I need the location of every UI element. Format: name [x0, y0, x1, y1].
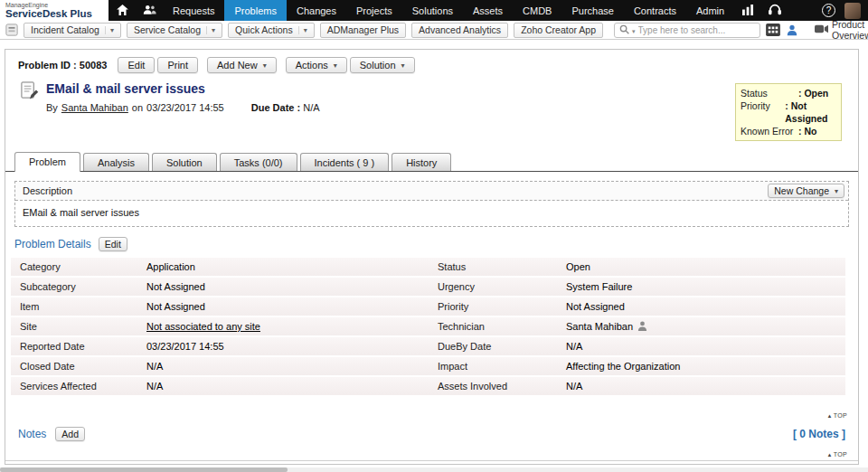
detail-value: Not Assigned: [566, 301, 840, 312]
zoho-creator-app-button[interactable]: Zoho Creator App: [514, 23, 603, 38]
horizontal-scrollbar[interactable]: [0, 467, 868, 472]
apps-icon[interactable]: [766, 24, 780, 36]
new-change-dropdown[interactable]: New Change: [768, 184, 844, 198]
problem-tabs: Problem Analysis Solution Tasks (0/0) In…: [5, 150, 858, 172]
nav-assets[interactable]: Assets: [463, 0, 513, 21]
nav-purchase[interactable]: Purchase: [561, 0, 623, 21]
nav-admin[interactable]: Admin: [686, 0, 734, 21]
detail-label: Assets Involved: [438, 381, 566, 392]
on-label: on: [132, 102, 143, 113]
add-new-dropdown[interactable]: Add New: [207, 57, 277, 73]
edit-button[interactable]: Edit: [118, 57, 155, 73]
detail-label: Impact: [438, 361, 566, 372]
user-avatar[interactable]: [844, 3, 861, 19]
person-icon[interactable]: [637, 321, 647, 333]
known-error-label: Known Error: [741, 125, 798, 137]
admanager-plus-button[interactable]: ADManager Plus: [320, 23, 406, 38]
print-button[interactable]: Print: [157, 57, 198, 73]
notes-section: TOP Notes Add [ 0 Notes ]: [5, 422, 858, 446]
app-logo[interactable]: ManageEngine ServiceDesk Plus: [0, 0, 108, 21]
detail-label: Site: [20, 321, 146, 332]
known-error-row: Known Error No: [741, 125, 836, 137]
tab-problem[interactable]: Problem: [14, 152, 80, 172]
detail-label: Urgency: [438, 281, 566, 292]
detail-value: 03/23/2017 14:55: [146, 341, 438, 352]
user-assist-icon[interactable]: [786, 24, 798, 36]
notifications-section: TOP Notifications Notify: [5, 460, 858, 465]
detail-label: Reported Date: [20, 341, 146, 352]
detail-value: Not Assigned: [146, 281, 438, 292]
requester-link[interactable]: Santa Mahiban: [61, 102, 128, 113]
detail-label: Priority: [438, 301, 566, 312]
help-icon[interactable]: [822, 4, 835, 17]
detail-label: Closed Date: [20, 361, 146, 372]
tab-analysis[interactable]: Analysis: [83, 153, 149, 171]
global-search: [614, 23, 760, 38]
tab-tasks[interactable]: Tasks (0/0): [220, 153, 297, 171]
notes-top-link[interactable]: TOP: [827, 412, 847, 419]
detail-label: DueBy Date: [438, 341, 566, 352]
tab-incidents[interactable]: Incidents ( 9 ): [300, 153, 390, 171]
tab-history[interactable]: History: [392, 153, 451, 171]
solution-dropdown[interactable]: Solution: [350, 57, 415, 73]
nav-problems[interactable]: Problems: [224, 0, 286, 21]
tab-solution[interactable]: Solution: [152, 153, 217, 171]
detail-label: Category: [20, 261, 146, 272]
due-date-value: N/A: [303, 102, 319, 113]
table-row: Services Affected N/A Assets Involved N/…: [11, 377, 845, 395]
table-row: Category Application Status Open: [11, 258, 845, 276]
service-catalog-dropdown[interactable]: Service Catalog: [127, 23, 222, 38]
nav-projects[interactable]: Projects: [346, 0, 402, 21]
product-overview-link[interactable]: Product Overview: [815, 19, 868, 41]
priority-value: Not Assigned: [785, 99, 836, 125]
status-summary-box: Status Open Priority Not Assigned Known …: [735, 83, 842, 141]
home-button[interactable]: [108, 0, 136, 21]
add-note-button[interactable]: Add: [55, 427, 85, 441]
search-scope-caret-icon[interactable]: [632, 24, 636, 35]
problem-id: Problem ID : 50083: [18, 60, 107, 71]
detail-value: N/A: [566, 381, 840, 392]
nav-requests[interactable]: Requests: [163, 0, 224, 21]
notifications-top-link[interactable]: TOP: [827, 451, 847, 458]
users-button[interactable]: [136, 0, 163, 21]
quick-access-toolbar: Incident Catalog Service Catalog Quick A…: [0, 21, 868, 40]
catalog-icon[interactable]: [5, 24, 18, 36]
detail-label: Subcategory: [20, 281, 146, 292]
quick-actions-dropdown[interactable]: Quick Actions: [228, 23, 315, 38]
problem-header-row: Problem ID : 50083 Edit Print Add New Ac…: [5, 50, 858, 78]
search-icon: [619, 24, 629, 36]
actions-dropdown[interactable]: Actions: [286, 57, 347, 73]
nav-cmdb[interactable]: CMDB: [513, 0, 561, 21]
search-input[interactable]: [638, 25, 755, 35]
status-label: Status: [741, 87, 798, 99]
known-error-value: No: [798, 125, 816, 137]
due-date-label: Due Date :: [251, 102, 300, 113]
nav-solutions[interactable]: Solutions: [402, 0, 463, 21]
scrollbar-thumb[interactable]: [0, 467, 288, 472]
site-link[interactable]: Not associated to any site: [146, 321, 260, 332]
incident-catalog-dropdown[interactable]: Incident Catalog: [24, 23, 121, 38]
advanced-analytics-button[interactable]: Advanced Analytics: [411, 23, 508, 38]
detail-value: System Failure: [566, 281, 840, 292]
problem-detail-page: Problem ID : 50083 Edit Print Add New Ac…: [5, 49, 859, 465]
problem-details-header: Problem Details Edit: [5, 227, 858, 256]
nav-contracts[interactable]: Contracts: [624, 0, 686, 21]
manageengine-label: ManageEngine: [5, 2, 103, 8]
servicedesk-plus-label: ServiceDesk Plus: [5, 8, 103, 19]
problem-title-section: EMail & mail server issues By Santa Mahi…: [5, 78, 858, 141]
home-icon: [117, 5, 128, 17]
support-button[interactable]: [761, 0, 788, 21]
detail-value: N/A: [146, 361, 438, 372]
status-row: Status Open: [741, 87, 836, 99]
notes-title: Notes: [18, 428, 46, 440]
problem-details-table: Category Application Status Open Subcate…: [11, 258, 845, 395]
description-body: EMail & mail server issues: [15, 201, 848, 226]
topbar-right-group: [822, 0, 868, 21]
table-row: Subcategory Not Assigned Urgency System …: [11, 278, 845, 296]
bar-chart-icon: [742, 5, 754, 17]
details-edit-button[interactable]: Edit: [99, 237, 127, 251]
reports-button[interactable]: [734, 0, 761, 21]
nav-changes[interactable]: Changes: [287, 0, 346, 21]
problem-details-title: Problem Details: [14, 238, 91, 250]
detail-label: Technician: [438, 321, 566, 332]
